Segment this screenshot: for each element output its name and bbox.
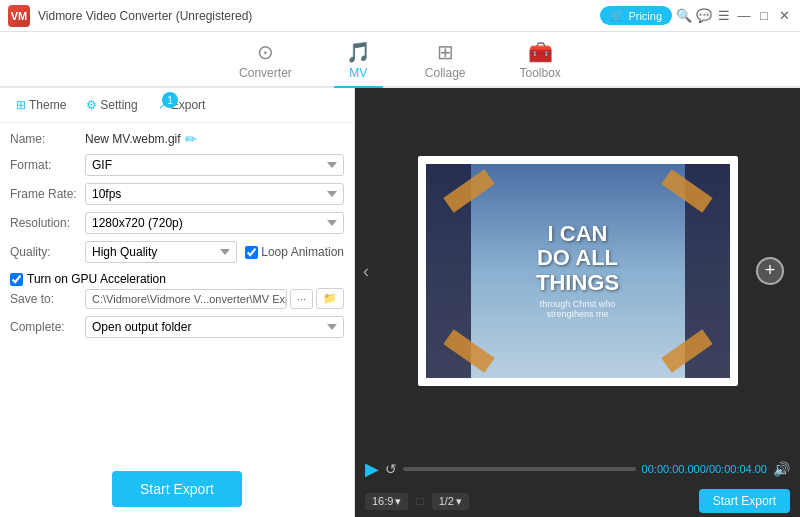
gpu-row: Turn on GPU Acceleration xyxy=(10,270,344,288)
minimize-button[interactable]: — xyxy=(736,8,752,24)
preview-text-line3: THINGS xyxy=(536,271,619,295)
converter-icon: ⊙ xyxy=(257,40,274,64)
name-value: New MV.webm.gif ✏ xyxy=(85,131,344,147)
quality-label: Quality: xyxy=(10,245,85,259)
resolution-row: Resolution: 1280x720 (720p) xyxy=(10,212,344,234)
toolbox-icon: 🧰 xyxy=(528,40,553,64)
main-layout: ⊞ Theme ⚙ Setting ↗ Export 1 Name: New M… xyxy=(0,88,800,517)
resolution-select[interactable]: 1280x720 (720p) xyxy=(85,212,344,234)
add-slide-button[interactable]: + xyxy=(756,257,784,285)
tab-mv[interactable]: 🎵 MV xyxy=(334,36,383,88)
saveto-more-button[interactable]: ··· xyxy=(290,289,313,309)
tab-converter[interactable]: ⊙ Converter xyxy=(227,36,304,88)
settings-form: Name: New MV.webm.gif ✏ Format: GIF Fram… xyxy=(0,123,354,461)
player-options: 16:9 ▾ □ 1/2 ▾ Start Export xyxy=(355,485,800,517)
saveto-row: Save to: C:\Vidmore\Vidmore V...onverter… xyxy=(10,288,344,309)
quality-row: Quality: High Quality Loop Animation xyxy=(10,241,344,263)
resolution-label: Resolution: xyxy=(10,216,85,230)
page-separator: □ xyxy=(416,494,423,508)
app-logo: VM xyxy=(8,5,30,27)
edit-name-icon[interactable]: ✏ xyxy=(185,131,197,147)
preview-text-line1: I CAN xyxy=(536,222,619,246)
name-label: Name: xyxy=(10,132,85,146)
export-button[interactable]: ↗ Export xyxy=(150,94,214,116)
theme-label: Theme xyxy=(29,98,66,112)
converter-label: Converter xyxy=(239,66,292,80)
time-display: 00:00:00.000/00:00:04.00 xyxy=(642,463,767,475)
format-label: Format: xyxy=(10,158,85,172)
left-toolbar: ⊞ Theme ⚙ Setting ↗ Export 1 xyxy=(0,88,354,123)
reload-button[interactable]: ↺ xyxy=(385,461,397,477)
page-indicator: 1/2 xyxy=(439,495,454,507)
titlebar: VM Vidmore Video Converter (Unregistered… xyxy=(0,0,800,32)
setting-button[interactable]: ⚙ Setting xyxy=(78,94,145,116)
menu-icon-btn[interactable]: ☰ xyxy=(716,8,732,24)
window-title: Vidmore Video Converter (Unregistered) xyxy=(38,9,600,23)
search-icon-btn[interactable]: 🔍 xyxy=(676,8,692,24)
player-controls: ▶ ↺ 00:00:00.000/00:00:04.00 🔊 xyxy=(355,453,800,485)
page-button[interactable]: 1/2 ▾ xyxy=(432,493,469,510)
preview-subtext-line2: strengthens me xyxy=(536,309,619,319)
format-row: Format: GIF xyxy=(10,154,344,176)
gpu-label: Turn on GPU Acceleration xyxy=(27,272,166,286)
name-text: New MV.webm.gif xyxy=(85,132,181,146)
collage-icon: ⊞ xyxy=(437,40,454,64)
right-panel: ‹ I CAN DO ALL THINGS through Christ who… xyxy=(355,88,800,517)
toolbox-label: Toolbox xyxy=(520,66,561,80)
loop-checkbox-label[interactable]: Loop Animation xyxy=(245,245,344,259)
page-chevron-icon: ▾ xyxy=(456,495,462,508)
export-badge: 1 xyxy=(162,92,178,108)
mv-label: MV xyxy=(349,66,367,80)
name-row: Name: New MV.webm.gif ✏ xyxy=(10,131,344,147)
play-button[interactable]: ▶ xyxy=(365,458,379,480)
cart-icon: 🛒 xyxy=(610,9,624,22)
gpu-checkbox[interactable] xyxy=(10,273,23,286)
collage-label: Collage xyxy=(425,66,466,80)
saveto-label: Save to: xyxy=(10,292,85,306)
preview-area: ‹ I CAN DO ALL THINGS through Christ who… xyxy=(355,88,800,453)
pricing-label: Pricing xyxy=(628,10,662,22)
volume-button[interactable]: 🔊 xyxy=(773,461,790,477)
theme-button[interactable]: ⊞ Theme xyxy=(8,94,74,116)
pricing-button[interactable]: 🛒 Pricing xyxy=(600,6,672,25)
maximize-button[interactable]: □ xyxy=(756,8,772,24)
loop-checkbox[interactable] xyxy=(245,246,258,259)
preview-main-text: I CAN DO ALL THINGS xyxy=(536,222,619,295)
chat-icon-btn[interactable]: 💬 xyxy=(696,8,712,24)
grid-icon: ⊞ xyxy=(16,98,26,112)
preview-subtext: through Christ who strengthens me xyxy=(536,299,619,319)
complete-row: Complete: Open output folder xyxy=(10,316,344,338)
preview-text-line2: DO ALL xyxy=(536,246,619,270)
complete-select[interactable]: Open output folder xyxy=(85,316,344,338)
start-export-main-button[interactable]: Start Export xyxy=(112,471,242,507)
ratio-chevron-icon: ▾ xyxy=(395,495,401,508)
setting-label: Setting xyxy=(100,98,137,112)
titlebar-controls: 🛒 Pricing 🔍 💬 ☰ — □ ✕ xyxy=(600,6,792,25)
tab-collage[interactable]: ⊞ Collage xyxy=(413,36,478,88)
save-path-text: C:\Vidmore\Vidmore V...onverter\MV Expor… xyxy=(85,289,287,309)
saveto-folder-button[interactable]: 📁 xyxy=(316,288,344,309)
close-button[interactable]: ✕ xyxy=(776,8,792,24)
mv-icon: 🎵 xyxy=(346,40,371,64)
start-export-right-button[interactable]: Start Export xyxy=(699,489,790,513)
framerate-label: Frame Rate: xyxy=(10,187,85,201)
prev-slide-button[interactable]: ‹ xyxy=(363,260,369,281)
nav-tabs: ⊙ Converter 🎵 MV ⊞ Collage 🧰 Toolbox xyxy=(0,32,800,88)
complete-label: Complete: xyxy=(10,320,85,334)
gear-icon: ⚙ xyxy=(86,98,97,112)
ratio-button[interactable]: 16:9 ▾ xyxy=(365,493,408,510)
tab-toolbox[interactable]: 🧰 Toolbox xyxy=(508,36,573,88)
quality-select[interactable]: High Quality xyxy=(85,241,237,263)
preview-frame: I CAN DO ALL THINGS through Christ who s… xyxy=(418,156,738,386)
ratio-label: 16:9 xyxy=(372,495,393,507)
left-panel: ⊞ Theme ⚙ Setting ↗ Export 1 Name: New M… xyxy=(0,88,355,517)
loop-label: Loop Animation xyxy=(261,245,344,259)
framerate-select[interactable]: 10fps xyxy=(85,183,344,205)
format-select[interactable]: GIF xyxy=(85,154,344,176)
progress-bar[interactable] xyxy=(403,467,636,471)
framerate-row: Frame Rate: 10fps xyxy=(10,183,344,205)
preview-subtext-line1: through Christ who xyxy=(536,299,619,309)
